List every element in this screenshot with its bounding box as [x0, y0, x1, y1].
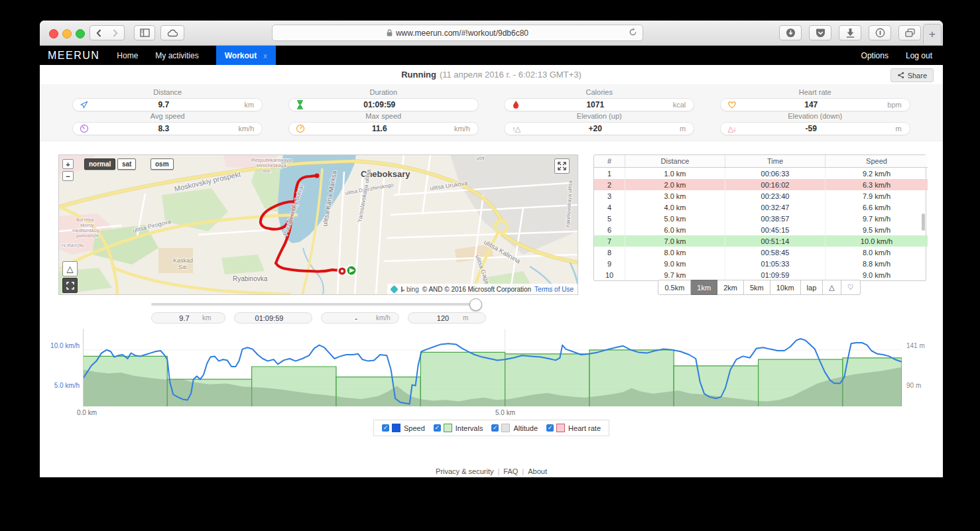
nav-item-my-activities[interactable]: My activities — [155, 51, 198, 60]
heart-icon — [721, 100, 743, 109]
legend-swatch — [444, 424, 452, 432]
splits-table: #DistanceTimeSpeed 11.0 km00:06:339.2 km… — [594, 155, 928, 280]
split-row-3[interactable]: 33.0 km00:23:407.9 km/h — [594, 190, 928, 202]
meerun-logo[interactable]: MEERUN — [48, 50, 99, 62]
readout-time: 01:09:59 — [234, 312, 312, 324]
stat-unit: kcal — [663, 101, 694, 109]
map-warning-button[interactable]: △ — [62, 261, 78, 276]
interval-1km-button[interactable]: 1km — [691, 280, 717, 295]
split-row-7[interactable]: 77.0 km00:51:1410.0 km/h — [594, 235, 928, 247]
icloud-tabs-button[interactable] — [160, 25, 184, 40]
column-header-speed[interactable]: Speed — [826, 155, 928, 168]
stat-unit: bpm — [879, 101, 910, 109]
map-label: IY RAYON — [62, 243, 84, 248]
onepassword-button[interactable] — [869, 25, 891, 40]
interval-10km-button[interactable]: 10km — [770, 280, 801, 295]
downloads-button[interactable] — [839, 25, 861, 40]
stat-heart-rate: Heart rate 147 bpm — [707, 88, 924, 112]
split-row-1[interactable]: 11.0 km00:06:339.2 km/h — [594, 168, 928, 180]
elevation-intervals-icon[interactable]: △ — [823, 280, 841, 295]
route-map[interactable]: CheboksaryMoskovskiy prospektulitsa Uruk… — [58, 154, 578, 295]
stat-value-pill: ↑△ +20 m — [504, 122, 694, 135]
map-fullscreen-button[interactable] — [62, 278, 78, 293]
split-distance: 9.7 km — [625, 269, 725, 280]
share-icon — [897, 72, 904, 79]
map-expand-button[interactable] — [554, 158, 570, 174]
splits-table-panel: #DistanceTimeSpeed 11.0 km00:06:339.2 km… — [593, 154, 926, 281]
split-row-10[interactable]: 109.7 km01:09:599.0 km/h — [594, 269, 928, 280]
stat-unit: m — [879, 125, 910, 133]
map-zoom-out-button[interactable]: − — [62, 171, 74, 181]
interval-bar[interactable] — [420, 352, 505, 406]
table-scrollbar[interactable] — [922, 213, 925, 231]
legend-item-intervals: ✓ Intervals — [434, 424, 483, 432]
heart-intervals-icon[interactable]: ♡ — [841, 280, 861, 295]
map-label: klinicheskaya — [257, 162, 286, 168]
legend-swatch — [556, 424, 565, 432]
nav-right: OptionsLog out — [861, 51, 932, 60]
stat-value: 9.7 — [95, 100, 231, 109]
pocket-button[interactable] — [809, 25, 831, 40]
show-all-tabs-button[interactable] — [898, 25, 921, 40]
split-time: 00:45:15 — [725, 224, 826, 235]
split-row-9[interactable]: 99.0 km01:05:338.8 km/h — [594, 258, 928, 269]
column-header-time[interactable]: Time — [725, 155, 826, 168]
map-layer-osm[interactable]: osm — [151, 158, 174, 170]
split-row-4[interactable]: 44.0 km00:32:476.6 km/h — [594, 202, 928, 213]
checkbox-checked-icon[interactable]: ✓ — [434, 424, 441, 432]
split-row-5[interactable]: 55.0 km00:38:579.7 km/h — [594, 213, 928, 224]
new-tab-button[interactable]: + — [923, 24, 942, 44]
reload-icon[interactable] — [629, 28, 637, 38]
elevation-up-icon: ↑△ — [505, 125, 527, 133]
interval-5km-button[interactable]: 5km — [744, 280, 770, 295]
interval-2km-button[interactable]: 2km — [717, 280, 744, 295]
url-bar[interactable]: www.meerun.com/#!workout/9db6c80 — [272, 25, 643, 41]
column-header-number[interactable]: # — [594, 155, 625, 168]
checkbox-checked-icon[interactable]: ✓ — [382, 424, 389, 432]
terms-of-use-link[interactable]: Terms of Use — [534, 286, 574, 293]
footer-link-faq[interactable]: FAQ — [503, 467, 518, 475]
page-title: Running — [401, 70, 436, 80]
footer-link-privacy-security[interactable]: Privacy & security — [436, 467, 493, 475]
slider-thumb[interactable] — [469, 298, 482, 311]
legend-label: Heart rate — [568, 424, 601, 432]
split-row-2[interactable]: 22.0 km00:16:026.3 km/h — [594, 179, 928, 190]
speed-altitude-chart[interactable] — [83, 329, 902, 406]
checkbox-checked-icon[interactable]: ✓ — [546, 424, 554, 432]
sidebar-toggle-button[interactable] — [134, 25, 155, 40]
elevation-down-icon: △↓ — [721, 125, 743, 133]
split-row-6[interactable]: 66.0 km00:45:159.5 km/h — [594, 224, 928, 235]
split-distance: 4.0 km — [625, 202, 725, 213]
slider-track[interactable] — [151, 303, 479, 306]
tab-workout[interactable]: Workout x — [216, 46, 276, 65]
pocket-icon — [816, 29, 826, 38]
nav-log-out[interactable]: Log out — [906, 51, 932, 60]
back-button[interactable] — [90, 25, 107, 40]
legend-swatch — [392, 424, 400, 432]
column-header-distance[interactable]: Distance — [625, 155, 725, 168]
close-window-button[interactable] — [49, 29, 58, 38]
position-slider[interactable] — [151, 298, 479, 311]
nav-options[interactable]: Options — [861, 51, 888, 60]
download-manager-button[interactable] — [779, 25, 802, 40]
interval-0-5km-button[interactable]: 0.5km — [658, 280, 691, 295]
tab-close-icon[interactable]: x — [263, 52, 267, 60]
footer-link-about[interactable]: About — [528, 467, 547, 475]
minimize-window-button[interactable] — [62, 29, 72, 38]
checkbox-checked-icon[interactable]: ✓ — [491, 424, 499, 432]
split-distance: 1.0 km — [625, 168, 725, 180]
nav-item-home[interactable]: Home — [117, 51, 138, 60]
map-layer-normal[interactable]: normal — [84, 158, 115, 170]
map-zoom-in-button[interactable]: + — [62, 159, 74, 169]
forward-button[interactable] — [107, 25, 125, 40]
interval-lap-button[interactable]: lap — [801, 280, 824, 295]
share-button[interactable]: Share — [890, 68, 934, 82]
workout-header: Running (11 апреля 2016 г. - 6:02:13 GMT… — [40, 65, 943, 84]
share-label: Share — [908, 72, 927, 80]
split-time: 00:23:40 — [725, 190, 826, 202]
map-layer-sat[interactable]: sat — [117, 158, 136, 170]
split-row-8[interactable]: 88.0 km00:58:458.0 km/h — [594, 247, 928, 258]
split-speed: 7.9 km/h — [826, 190, 928, 202]
zoom-window-button[interactable] — [76, 29, 85, 38]
stat-label: Max speed — [365, 112, 401, 120]
